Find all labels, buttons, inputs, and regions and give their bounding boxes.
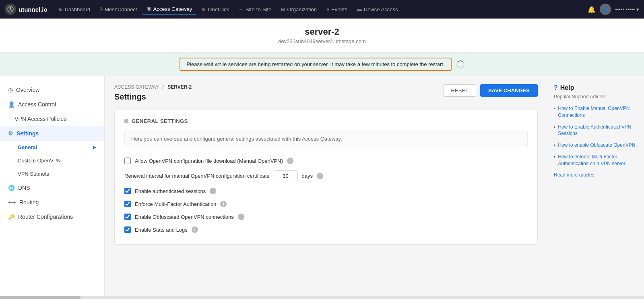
nav-events[interactable]: ≡ Events — [322, 4, 351, 15]
events-icon: ≡ — [326, 6, 329, 12]
horizontal-scrollbar[interactable] — [0, 296, 644, 299]
enforce-mfa-label[interactable]: Enforce Multi-Factor Authentication — [135, 201, 216, 207]
server-url: dev232sub4049server2.utnstage.com — [8, 38, 636, 44]
loading-spinner — [456, 60, 464, 69]
stats-logs-label[interactable]: Enable Stats and Logs — [135, 227, 188, 233]
nav-organization[interactable]: ⊞ Organization — [277, 4, 321, 15]
topnav-right: 🔔 👤 ••••• ••••• ▾ — [588, 4, 639, 15]
sidebar-sub-vpn-subnets[interactable]: VPN Subnets — [0, 167, 104, 181]
auth-sessions-checkbox[interactable] — [124, 188, 131, 194]
save-changes-button[interactable]: SAVE CHANGES — [480, 84, 538, 97]
stats-logs-info-icon[interactable]: i — [192, 226, 198, 233]
site-to-site-icon: ↔ — [239, 6, 244, 12]
router-configs-icon: 🔑 — [8, 214, 15, 220]
renewal-unit: days — [302, 173, 313, 179]
device-access-icon: ▬ — [357, 6, 362, 12]
nav-device-access[interactable]: ▬ Device Access — [353, 4, 402, 15]
stats-logs-checkbox[interactable] — [124, 226, 131, 233]
page-title: Settings — [114, 92, 192, 102]
help-article-link-2[interactable]: How to enable Obfuscate OpenVPN — [558, 142, 635, 149]
sidebar-item-router-configs[interactable]: 🔑 Router Configurations — [0, 210, 104, 224]
renewal-row: Renewal interval for manual OpenVPN conf… — [124, 167, 528, 185]
nav-dashboard[interactable]: ⊞ Dashboard — [55, 4, 95, 15]
dashboard-icon: ⊞ — [59, 6, 63, 12]
settings-icon: ⚙ — [8, 130, 13, 137]
help-article-link-0[interactable]: How to Enable Manual OpenVPN Connections — [558, 105, 638, 119]
dns-icon: 🌐 — [8, 185, 15, 191]
sidebar-item-settings[interactable]: ⚙ Settings — [0, 126, 104, 141]
renewal-info-icon[interactable]: i — [317, 173, 323, 179]
help-bullet-1: • — [554, 125, 555, 130]
scroll-thumb — [0, 296, 80, 299]
help-title: ? Help — [554, 84, 638, 91]
setting-row-obfuscated-vpn: Enable Obfuscated OpenVPN connections i — [124, 210, 528, 223]
help-bullet-3: • — [554, 154, 555, 160]
help-article-0: • How to Enable Manual OpenVPN Connectio… — [554, 105, 638, 119]
sidebar-item-overview[interactable]: ◷ Overview — [0, 83, 104, 97]
main-layout: ◷ Overview 👤 Access Control ≡ VPN Access… — [0, 76, 644, 299]
oneclick-icon: ⊕ — [202, 6, 206, 12]
sidebar-item-access-control[interactable]: 👤 Access Control — [0, 97, 104, 112]
breadcrumb-parent[interactable]: ACCESS GATEWAY — [114, 84, 159, 90]
brand-name: utunnel.io — [19, 6, 47, 13]
meshconnect-icon: ⎘ — [100, 6, 103, 12]
action-buttons: RESET SAVE CHANGES — [444, 84, 538, 97]
breadcrumb-current: SERVER-2 — [167, 84, 192, 90]
server-name: server-2 — [8, 27, 636, 37]
help-article-link-3[interactable]: How to enforce Multi-Factor Authenticati… — [558, 154, 638, 167]
obfuscated-vpn-label[interactable]: Enable Obfuscated OpenVPN connections — [135, 214, 234, 220]
enforce-mfa-info-icon[interactable]: i — [220, 201, 227, 207]
main-content: ACCESS GATEWAY / SERVER-2 Settings RESET… — [105, 76, 547, 299]
username-label[interactable]: ••••• ••••• ▾ — [615, 6, 639, 12]
sidebar-item-dns[interactable]: 🌐 DNS — [0, 181, 104, 195]
reset-button[interactable]: RESET — [444, 84, 476, 97]
topnav: utunnel.io ⊞ Dashboard ⎘ MeshConnect ▣ A… — [0, 0, 644, 19]
setting-row-stats-logs: Enable Stats and Logs i — [124, 223, 528, 236]
sidebar-sub-custom-openvpn[interactable]: Custom OpenVPN — [0, 154, 104, 167]
breadcrumb-separator: / — [163, 84, 164, 90]
setting-row-enforce-mfa: Enforce Multi-Factor Authentication i — [124, 197, 528, 210]
allow-openvpn-checkbox[interactable] — [124, 158, 131, 164]
allow-openvpn-label[interactable]: Allow OpenVPN configuration file downloa… — [135, 158, 283, 164]
brand-logo[interactable]: utunnel.io — [5, 4, 47, 15]
vpn-policies-icon: ≡ — [8, 116, 11, 122]
avatar[interactable]: 👤 — [600, 4, 611, 15]
breadcrumb: ACCESS GATEWAY / SERVER-2 — [114, 84, 192, 90]
allow-openvpn-info-icon[interactable]: i — [287, 158, 293, 164]
auth-sessions-info-icon[interactable]: i — [210, 188, 216, 194]
nav-meshconnect[interactable]: ⎘ MeshConnect — [96, 4, 141, 15]
sidebar-item-vpn-policies[interactable]: ≡ VPN Access Policies — [0, 112, 104, 126]
sidebar-item-routing[interactable]: ⟷ Routing — [0, 195, 104, 210]
section-heading: GENERAL SETTINGS — [124, 118, 528, 124]
sidebar: ◷ Overview 👤 Access Control ≡ VPN Access… — [0, 76, 105, 299]
auth-sessions-label[interactable]: Enable authenticated sessions — [135, 188, 206, 194]
obfuscated-vpn-checkbox[interactable] — [124, 214, 131, 220]
chevron-right-icon: ▶ — [93, 145, 96, 150]
help-bullet-2: • — [554, 143, 555, 148]
logo-icon — [5, 4, 16, 15]
alert-message: Please wait while services are being res… — [180, 58, 452, 71]
help-question-icon: ? — [554, 84, 558, 91]
obfuscated-vpn-info-icon[interactable]: i — [238, 214, 244, 220]
enforce-mfa-checkbox[interactable] — [124, 201, 131, 207]
alert-banner: Please wait while services are being res… — [0, 53, 644, 76]
settings-description: Here you can oversee and configure gener… — [124, 131, 528, 147]
organization-icon: ⊞ — [281, 6, 285, 12]
nav-site-to-site[interactable]: ↔ Site-to-Site — [235, 4, 275, 15]
help-article-link-1[interactable]: How to Enable Authenticated VPN Sessions — [558, 124, 638, 137]
read-more-link[interactable]: Read more articles — [554, 172, 638, 178]
sidebar-sub-settings: General ▶ Custom OpenVPN VPN Subnets — [0, 141, 104, 181]
renewal-label: Renewal interval for manual OpenVPN conf… — [124, 173, 270, 179]
sidebar-sub-general[interactable]: General ▶ — [0, 141, 104, 154]
help-subtitle: Popular Support Articles — [554, 94, 638, 100]
notification-bell-icon[interactable]: 🔔 — [588, 6, 596, 13]
routing-icon: ⟷ — [8, 199, 16, 206]
nav-access-gateway[interactable]: ▣ Access Gateway — [142, 4, 196, 15]
setting-row-auth-sessions: Enable authenticated sessions i — [124, 185, 528, 197]
section-bullet — [124, 119, 128, 123]
help-panel: ? Help Popular Support Articles • How to… — [547, 76, 644, 299]
access-gateway-icon: ▣ — [147, 6, 151, 12]
renewal-interval-input[interactable] — [274, 170, 298, 181]
nav-oneclick[interactable]: ⊕ OneClick — [198, 4, 233, 15]
settings-card: GENERAL SETTINGS Here you can oversee an… — [114, 110, 538, 245]
